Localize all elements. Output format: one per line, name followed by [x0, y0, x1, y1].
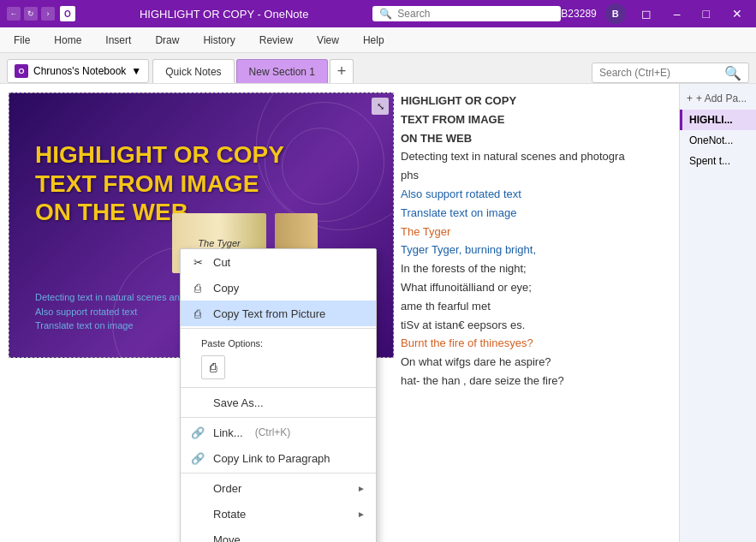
app-icon: O — [60, 6, 75, 21]
ctx-link[interactable]: 🔗 Link... (Ctrl+K) — [181, 420, 376, 445]
ctx-save-as[interactable]: Save As... — [181, 390, 376, 415]
text-line-16: hat- the han , dare seize the fire? — [401, 372, 675, 390]
ctx-copy[interactable]: ⎙ Copy — [181, 275, 376, 301]
sidebar-page-2-label: OneNot... — [689, 134, 733, 146]
ctx-rotate-label: Rotate — [213, 508, 246, 521]
tab-new-section-label: New Section 1 — [249, 66, 315, 78]
ctx-separator-4 — [181, 473, 376, 474]
ctx-copy-link[interactable]: 🔗 Copy Link to Paragraph — [181, 445, 376, 471]
copy-icon: ⎙ — [191, 281, 205, 295]
add-page-label: + Add Pa... — [696, 92, 747, 104]
minimize-window-button[interactable]: – — [667, 0, 688, 27]
notebook-selector[interactable]: O Chrunos's Notebook ▼ — [7, 59, 149, 83]
headline-line1: HIGHLIGHT OR COPY — [35, 140, 284, 170]
link-shortcut: (Ctrl+K) — [255, 426, 291, 438]
text-line-14: Burnt the fire of thinesyes? — [401, 335, 675, 353]
text-line-6: Also support rotated text — [401, 186, 675, 204]
copy-link-icon: 🔗 — [191, 451, 205, 465]
sidebar-page-1-label: HIGHLI... — [689, 114, 733, 126]
text-line-10: In the forests of the night; — [401, 260, 675, 278]
more-controls-button[interactable]: › — [41, 7, 55, 21]
ribbon-insert[interactable]: Insert — [102, 33, 134, 48]
ctx-copy-link-label: Copy Link to Paragraph — [213, 452, 330, 465]
ctx-separator-1 — [181, 328, 376, 329]
image-expand-button[interactable]: ⤡ — [372, 98, 389, 115]
text-line-13: tiSv at istan€ eepsors es. — [401, 317, 675, 335]
text-line-5: phs — [401, 167, 675, 185]
tab-search-input[interactable] — [599, 67, 719, 79]
context-menu: ✂ Cut ⎙ Copy ⎙ Copy Text from Picture Pa… — [180, 248, 377, 542]
ribbon-draw[interactable]: Draw — [152, 33, 182, 48]
ctx-copy-label: Copy — [213, 282, 239, 295]
ctx-rotate[interactable]: Rotate ► — [181, 501, 376, 527]
maximize-window-button[interactable]: □ — [696, 0, 717, 27]
text-line-4: Detecting text in natural scenes and pho… — [401, 148, 675, 166]
rotate-arrow-icon: ► — [357, 509, 366, 519]
copy-text-icon: ⎙ — [191, 307, 205, 320]
ctx-move[interactable]: Move — [181, 527, 376, 542]
ctx-separator-2 — [181, 387, 376, 388]
ctx-order-label: Order — [213, 482, 241, 495]
text-line-12: ame th fearful met — [401, 298, 675, 316]
save-as-icon — [191, 396, 205, 409]
tab-quick-notes-label: Quick Notes — [165, 66, 221, 78]
page-content: HIGHLIGHT OR COPY TEXT FROM IMAGE ON THE… — [0, 84, 679, 542]
text-line-11: What iffunoitälliand or eye; — [401, 279, 675, 297]
user-id: B23289 — [561, 8, 596, 20]
ribbon-history[interactable]: History — [199, 33, 238, 48]
add-icon: + — [687, 92, 693, 104]
window-controls-left: ← ↻ › — [7, 7, 55, 21]
ctx-order[interactable]: Order ► — [181, 475, 376, 501]
ctx-save-as-label: Save As... — [213, 396, 264, 409]
ctx-link-label: Link... — [213, 426, 243, 439]
tab-search-box[interactable]: 🔍 — [592, 63, 749, 83]
ribbon-file[interactable]: File — [10, 33, 33, 48]
notebook-dropdown-icon: ▼ — [131, 65, 141, 77]
title-search-box[interactable]: 🔍 — [372, 6, 561, 21]
text-line-1: HIGHLIGHT OR COPY — [401, 92, 675, 110]
order-icon — [191, 481, 205, 495]
title-search-input[interactable] — [397, 8, 554, 20]
ctx-cut[interactable]: ✂ Cut — [181, 249, 376, 275]
tab-quick-notes[interactable]: Quick Notes — [152, 59, 234, 83]
close-window-button[interactable]: ✕ — [725, 0, 749, 27]
user-avatar[interactable]: B — [605, 3, 626, 24]
ctx-copy-text[interactable]: ⎙ Copy Text from Picture — [181, 301, 376, 326]
move-icon — [191, 533, 205, 542]
sidebar-page-3-label: Spent t... — [689, 155, 730, 167]
text-line-7: Translate text on image — [401, 205, 675, 223]
notebook-icon: O — [15, 64, 28, 78]
book-label: The Tyger — [198, 238, 240, 248]
right-sidebar: + + Add Pa... HIGHLI... OneNot... Spent … — [679, 84, 756, 542]
tab-new-section[interactable]: New Section 1 — [236, 59, 328, 83]
title-bar: ← ↻ › O HIGHLIGHT OR COPY - OneNote 🔍 B2… — [0, 0, 756, 27]
cut-icon: ✂ — [191, 255, 205, 269]
text-content-area: HIGHLIGHT OR COPY TEXT FROM IMAGE ON THE… — [401, 92, 675, 391]
tab-add-button[interactable]: + — [330, 59, 354, 83]
paste-icon-default[interactable]: ⎙ — [201, 355, 225, 379]
headline-line2: TEXT FROM IMAGE — [35, 170, 284, 199]
add-page-button[interactable]: + + Add Pa... — [680, 87, 756, 110]
text-line-3: ON THE WEB — [401, 130, 675, 148]
ribbon-view[interactable]: View — [313, 33, 342, 48]
undo-button[interactable]: ↻ — [24, 7, 38, 21]
order-arrow-icon: ► — [357, 484, 366, 493]
link-icon: 🔗 — [191, 426, 205, 439]
text-line-15: On what wifgs dare he aspire? — [401, 354, 675, 372]
ribbon-review[interactable]: Review — [256, 33, 296, 48]
sidebar-page-2[interactable]: OneNot... — [680, 130, 756, 151]
ctx-paste-icon-row: ⎙ — [191, 351, 366, 384]
ribbon-home[interactable]: Home — [51, 33, 85, 48]
ribbon-help[interactable]: Help — [360, 33, 388, 48]
ctx-cut-label: Cut — [213, 256, 230, 269]
search-icon: 🔍 — [379, 8, 392, 20]
ctx-paste-section: Paste Options: ⎙ — [181, 331, 376, 385]
ctx-copy-text-label: Copy Text from Picture — [213, 307, 325, 320]
text-line-9: Tyger Tyger, burning bright, — [401, 241, 675, 259]
text-line-2: TEXT FROM IMAGE — [401, 111, 675, 129]
sidebar-page-1[interactable]: HIGHLI... — [680, 110, 756, 130]
back-button[interactable]: ← — [7, 7, 21, 21]
restore-window-button[interactable]: ◻ — [634, 0, 658, 27]
sidebar-page-3[interactable]: Spent t... — [680, 151, 756, 171]
title-bar-left: ← ↻ › O — [7, 6, 75, 21]
